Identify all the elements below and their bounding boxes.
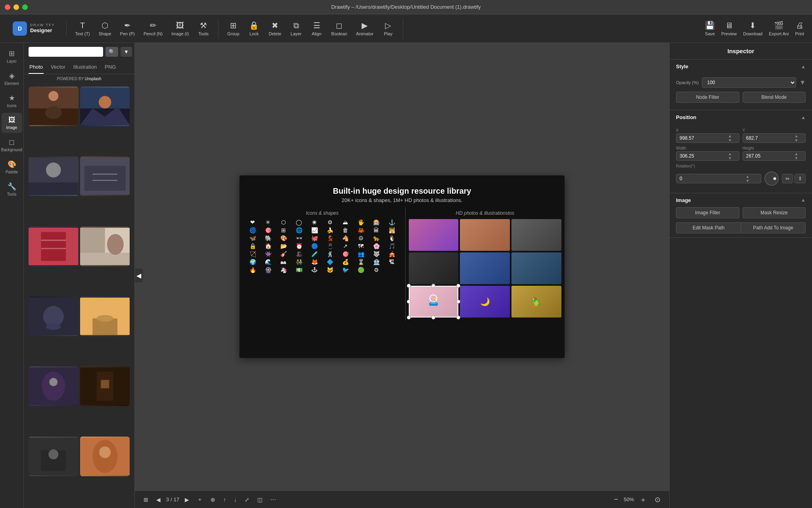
boolean-btn[interactable]: ◻ Boolean (327, 18, 351, 38)
image-filter-btn[interactable]: Image Filter (676, 207, 739, 218)
flip-v-btn[interactable]: ⇕ (795, 174, 806, 183)
grid-view-btn[interactable]: ⊞ (141, 495, 151, 504)
width-input[interactable] (676, 152, 726, 160)
sidebar-item-element[interactable]: ◈ Element (2, 68, 22, 89)
toolbar-right: 💾 Save 🖥 Preview ⬇ Download 🎬 Export Ani… (705, 21, 804, 36)
boolean-label: Boolean (331, 31, 347, 36)
x-input[interactable] (676, 134, 726, 142)
edit-mask-path-btn[interactable]: Edit Mask Path (676, 222, 741, 233)
pencil-tool-btn[interactable]: ✏ Pencil (N) (140, 18, 167, 38)
photo-item[interactable] (80, 87, 130, 126)
move-up-btn[interactable]: ↑ (221, 495, 228, 504)
more-btn[interactable]: ⋯ (268, 495, 278, 504)
tab-illustration[interactable]: Illustration (73, 61, 98, 74)
search-button[interactable]: 🔍 (105, 47, 118, 57)
unsplash-label: Unsplash (85, 77, 102, 81)
add-page-btn[interactable]: ＋ (195, 495, 205, 505)
rotation-input-group: ▲ ▼ (676, 174, 761, 183)
move-down-btn[interactable]: ↓ (232, 495, 239, 504)
position-section-header[interactable]: Position (670, 110, 812, 124)
photo-item[interactable] (29, 227, 79, 266)
zoom-in-btn[interactable]: ＋ (637, 494, 649, 505)
style-section: Style Opacity (%) 100 ▼ Node Filter Blen… (670, 60, 812, 110)
photo-item[interactable] (80, 156, 130, 196)
print-btn[interactable]: 🖨 Print (795, 21, 804, 36)
height-label: Height (743, 146, 806, 150)
image-tool-btn[interactable]: 🖼 Image (I) (167, 19, 193, 38)
photo-item[interactable] (29, 437, 79, 476)
collapse-panel-btn[interactable]: ◀ (135, 269, 143, 283)
photo-item[interactable] (80, 296, 130, 336)
path-add-to-image-btn[interactable]: Path Add To Image (741, 222, 806, 233)
download-btn[interactable]: ⬇ Download (743, 21, 762, 36)
icon-cell: 🗺 (354, 243, 368, 249)
height-input[interactable] (743, 152, 793, 160)
zoom-out-btn[interactable]: − (611, 495, 620, 504)
fit-screen-btn[interactable]: ⊙ (652, 495, 663, 505)
export-ani-icon: 🎬 (774, 21, 784, 30)
image-sidebar-icon: 🖼 (8, 116, 15, 124)
sidebar-item-palette[interactable]: 🎨 Palette (2, 157, 22, 177)
image-section-title: Image (676, 197, 806, 203)
photo-item[interactable] (29, 296, 79, 336)
icon-cell: 🐺 (370, 251, 383, 257)
align-btn[interactable]: ☰ Align (307, 18, 327, 38)
preview-btn[interactable]: 🖥 Preview (721, 21, 737, 36)
expand-btn[interactable]: ⤢ (242, 495, 252, 504)
minimize-button[interactable] (13, 4, 19, 10)
mask-resize-btn[interactable]: Mask Resize (743, 207, 806, 218)
pen-tool-btn[interactable]: ✒ Pen (P) (116, 18, 139, 38)
sidebar-item-icons[interactable]: ★ Icons (2, 90, 22, 111)
shape-tool-btn[interactable]: ⬡ Shape (95, 18, 115, 38)
opacity-select[interactable]: 100 (702, 77, 796, 88)
y-input[interactable] (743, 134, 793, 142)
canvas-photo-selected[interactable]: 🛋️ (409, 286, 459, 318)
play-icon: ▷ (385, 21, 391, 30)
sidebar-item-background[interactable]: ◻ Background (2, 135, 22, 155)
layer-btn[interactable]: ⧉ Layer (286, 19, 306, 38)
group-btn[interactable]: ⊞ Group (223, 18, 243, 38)
canvas-photo: 🌙 (460, 286, 510, 318)
frame-btn[interactable]: ◫ (255, 495, 265, 504)
export-ani-btn[interactable]: 🎬 Export Ani (769, 21, 789, 36)
close-button[interactable] (5, 4, 10, 10)
sidebar-item-image[interactable]: 🖼 Image (2, 113, 22, 133)
tab-vector[interactable]: Vector (50, 61, 66, 74)
search-options-button[interactable]: ▼ (121, 47, 132, 57)
lock-btn[interactable]: 🔒 Lock (244, 18, 264, 38)
icon-cell: 🏦 (370, 259, 383, 265)
svg-point-25 (46, 323, 61, 330)
blend-mode-btn[interactable]: Blend Mode (743, 92, 806, 103)
copy-page-btn[interactable]: ⊕ (208, 495, 218, 504)
tab-photo[interactable]: Photo (29, 61, 44, 74)
photo-item[interactable] (29, 87, 79, 126)
sidebar-item-layer[interactable]: ⊞ Layer (2, 46, 22, 67)
tools-btn[interactable]: ⚒ Tools (193, 18, 213, 38)
style-section-header[interactable]: Style (670, 60, 812, 73)
tab-png[interactable]: PNG (104, 61, 117, 74)
rotation-wheel[interactable] (764, 171, 779, 186)
photo-item[interactable] (29, 366, 79, 406)
icon-cell: ⌛ (354, 259, 368, 265)
powered-by: POWERED BY Unsplash (24, 74, 134, 83)
play-btn[interactable]: ▷ Play (378, 18, 398, 38)
delete-btn[interactable]: ✖ Delete (265, 18, 285, 38)
photo-item[interactable] (80, 366, 130, 406)
text-tool-btn[interactable]: T Text (T) (71, 19, 94, 38)
next-page-btn[interactable]: ▶ (182, 495, 192, 504)
image-section-label: Image (676, 197, 691, 203)
save-btn[interactable]: 💾 Save (705, 21, 715, 36)
maximize-button[interactable] (22, 4, 28, 10)
sidebar-item-tools[interactable]: 🔧 Tools (2, 179, 22, 200)
flip-h-btn[interactable]: ⇔ (782, 174, 793, 183)
canvas-container[interactable]: ◀ Built-in huge design resource library … (135, 43, 669, 491)
animator-btn[interactable]: ▶ Animator (352, 18, 377, 38)
photo-item[interactable] (80, 227, 130, 266)
width-group: Width ▲ ▼ (676, 146, 739, 161)
photo-item[interactable] (80, 437, 130, 476)
prev-page-btn[interactable]: ◀ (154, 495, 163, 504)
photo-item[interactable] (29, 156, 79, 196)
search-input[interactable] (29, 47, 103, 57)
rotation-input[interactable] (676, 174, 744, 183)
node-filter-btn[interactable]: Node Filter (676, 92, 739, 103)
